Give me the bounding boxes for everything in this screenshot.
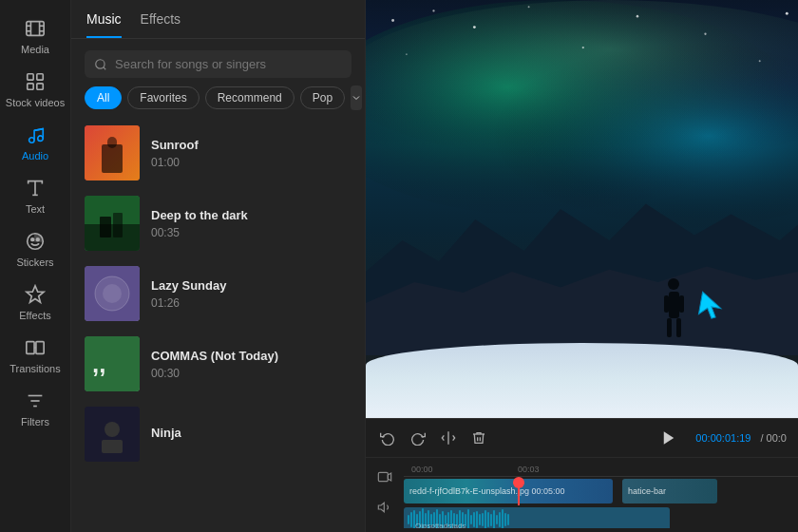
svg-marker-71 bbox=[378, 503, 384, 511]
song-item-sunroof[interactable]: Sunroof 01:00 bbox=[71, 118, 365, 188]
audio-panel: Music Effects All Favorites Recommend Po… bbox=[71, 0, 366, 532]
sidebar-item-transitions[interactable]: Transitions bbox=[0, 329, 70, 382]
ruler-mark-start: 00:00 bbox=[411, 465, 433, 474]
sidebar-item-stickers[interactable]: Stickers bbox=[0, 222, 70, 276]
sidebar-item-label: Effects bbox=[19, 310, 50, 321]
svg-line-13 bbox=[34, 129, 43, 131]
search-bar bbox=[85, 50, 352, 78]
svg-rect-20 bbox=[27, 342, 34, 354]
sidebar-item-label: Filters bbox=[21, 416, 49, 428]
timeline-tracks: 00:00 00:03 redd-f-rjfOdlB7k-E-unsplash.… bbox=[366, 458, 798, 532]
svg-point-11 bbox=[29, 138, 34, 143]
sidebar-item-label: Media bbox=[21, 44, 49, 55]
sidebar-item-effects[interactable]: Effects bbox=[0, 276, 70, 329]
svg-point-46 bbox=[366, 0, 798, 163]
audio-clip-label: Qipsottadstads bbox=[409, 522, 471, 528]
grid-icon bbox=[24, 70, 47, 93]
search-input[interactable] bbox=[115, 57, 342, 71]
svg-point-42 bbox=[104, 422, 120, 437]
svg-point-50 bbox=[528, 6, 530, 8]
song-info: Ninja bbox=[151, 426, 352, 444]
svg-rect-9 bbox=[28, 84, 33, 89]
song-info: Sunroof 01:00 bbox=[151, 138, 352, 169]
snow-ground bbox=[366, 343, 798, 418]
svg-point-18 bbox=[36, 238, 39, 241]
svg-rect-69 bbox=[378, 472, 388, 481]
filter-all[interactable]: All bbox=[85, 86, 122, 109]
panel-tabs: Music Effects bbox=[71, 0, 365, 39]
clip-label: redd-f-rjfOdlB7k-E-unsplash.jpg 00:05:00 bbox=[404, 486, 571, 496]
svg-rect-31 bbox=[107, 137, 117, 148]
svg-point-55 bbox=[406, 53, 408, 55]
song-item-deep[interactable]: Deep to the dark 00:35 bbox=[71, 188, 365, 258]
filter-pop[interactable]: Pop bbox=[300, 86, 345, 109]
time-ruler: 00:00 00:03 bbox=[404, 462, 798, 477]
preview-background bbox=[366, 0, 798, 418]
deep-art bbox=[85, 196, 140, 251]
svg-rect-10 bbox=[37, 84, 43, 89]
sidebar-item-label: Audio bbox=[22, 150, 48, 162]
playhead bbox=[518, 479, 520, 505]
undo-button[interactable] bbox=[377, 428, 398, 448]
song-duration: 00:30 bbox=[151, 367, 352, 380]
sidebar-item-text[interactable]: Text bbox=[0, 169, 70, 222]
transitions-icon bbox=[24, 336, 47, 359]
song-duration: 00:35 bbox=[151, 226, 352, 239]
tab-music[interactable]: Music bbox=[86, 11, 122, 38]
play-button[interactable] bbox=[656, 425, 682, 451]
song-info: Deep to the dark 00:35 bbox=[151, 208, 352, 239]
svg-point-57 bbox=[759, 60, 761, 62]
waveform-clip[interactable]: Qipsottadstads bbox=[404, 507, 670, 528]
preview-area bbox=[366, 0, 798, 418]
sticker-icon bbox=[24, 230, 47, 253]
svg-point-60 bbox=[668, 278, 679, 290]
svg-rect-62 bbox=[667, 318, 672, 337]
person-silhouette bbox=[662, 276, 686, 343]
song-duration: 01:26 bbox=[151, 296, 352, 310]
sidebar-item-audio[interactable]: Audio bbox=[0, 116, 70, 169]
song-item-lazy[interactable]: Lazy Sunday 01:26 bbox=[71, 258, 365, 329]
filter-more-button[interactable] bbox=[351, 86, 362, 110]
svg-point-17 bbox=[31, 238, 34, 241]
song-item-ninja[interactable]: Ninja bbox=[71, 399, 365, 469]
cursor-arrow bbox=[692, 285, 732, 329]
filter-recommend[interactable]: Recommend bbox=[205, 86, 294, 109]
video-clip-1[interactable]: redd-f-rjfOdlB7k-E-unsplash.jpg 00:05:00 bbox=[404, 479, 613, 504]
tab-effects[interactable]: Effects bbox=[141, 11, 181, 38]
song-info: COMMAS (Not Today) 00:30 bbox=[151, 349, 352, 380]
playhead-marker bbox=[513, 477, 524, 488]
song-item-commas[interactable]: ,, COMMAS (Not Today) 00:30 bbox=[71, 329, 365, 399]
timeline-controls: 00:00:01:19 / 00:0 bbox=[366, 419, 798, 458]
svg-point-47 bbox=[391, 19, 394, 22]
svg-line-27 bbox=[104, 66, 106, 69]
song-title: Sunroof bbox=[151, 138, 352, 152]
video-clip-2[interactable]: hatice-bar bbox=[622, 479, 717, 504]
svg-point-48 bbox=[432, 10, 434, 11]
sidebar-item-filters[interactable]: Filters bbox=[0, 382, 70, 435]
redo-button[interactable] bbox=[408, 428, 428, 448]
svg-marker-70 bbox=[388, 473, 390, 481]
svg-rect-63 bbox=[676, 318, 681, 337]
svg-rect-8 bbox=[37, 74, 43, 80]
delete-button[interactable] bbox=[468, 428, 489, 448]
track-content: 00:00 00:03 redd-f-rjfOdlB7k-E-unsplash.… bbox=[404, 462, 798, 528]
audio-track-icon bbox=[370, 494, 400, 521]
song-thumbnail bbox=[85, 407, 140, 462]
svg-marker-19 bbox=[27, 286, 44, 302]
sidebar-item-label: Stickers bbox=[16, 256, 53, 268]
svg-rect-21 bbox=[36, 342, 44, 354]
filter-favorites[interactable]: Favorites bbox=[127, 86, 199, 109]
split-button[interactable] bbox=[438, 428, 459, 448]
current-time: 00:00:01:19 bbox=[695, 432, 750, 444]
song-thumbnail: ,, bbox=[85, 336, 140, 391]
song-list: Sunroof 01:00 Deep to the dark 00:35 bbox=[71, 118, 365, 532]
sidebar-item-media[interactable]: Media bbox=[0, 10, 70, 63]
song-info: Lazy Sunday 01:26 bbox=[151, 278, 352, 310]
sidebar-item-label: Transitions bbox=[10, 363, 60, 374]
svg-point-49 bbox=[473, 26, 476, 28]
sidebar-item-stock-videos[interactable]: Stock videos bbox=[0, 63, 70, 116]
svg-rect-35 bbox=[113, 213, 123, 238]
timeline-area: 00:00:01:19 / 00:0 00:00 00:03 bbox=[366, 418, 798, 532]
svg-point-38 bbox=[103, 284, 122, 303]
svg-rect-65 bbox=[679, 295, 684, 313]
